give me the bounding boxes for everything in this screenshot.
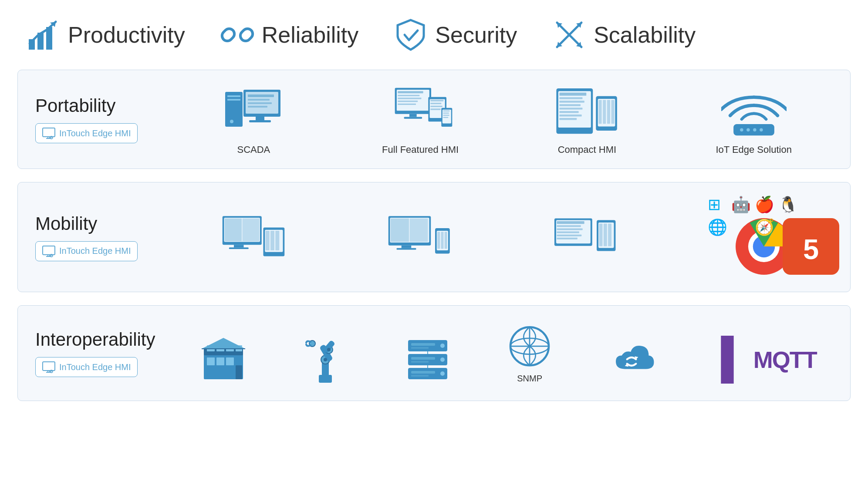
mobility-title: Mobility [35,213,175,234]
svg-point-143 [324,358,327,361]
svg-point-73 [760,128,763,131]
svg-rect-26 [256,117,264,120]
mobility-badge-text: InTouch Edge HMI [59,246,131,256]
svg-rect-51 [443,115,449,116]
svg-rect-40 [404,117,422,119]
full-featured-hmi-icon [388,83,453,140]
svg-rect-148 [411,347,429,349]
security-label: Security [435,22,517,48]
svg-point-72 [753,128,757,131]
mqtt-logo: MQTT [701,336,817,384]
intouch-edge-hmi-icon-2 [42,244,56,258]
svg-rect-50 [443,113,449,114]
compact-hmi-icon [554,83,620,140]
header-security: Security [393,17,517,52]
svg-point-70 [740,128,743,131]
svg-rect-44 [430,103,441,104]
svg-rect-57 [559,101,584,102]
svg-rect-37 [398,101,418,102]
svg-point-144 [327,348,331,351]
svg-rect-119 [43,362,55,371]
iot-edge-solution-item: IoT Edge Solution [710,83,797,155]
mqtt-item: MQTT [701,336,817,384]
svg-rect-89 [275,231,279,250]
robot-arm-item [293,336,358,384]
svg-rect-87 [265,231,269,250]
mobility-section: Mobility InTouch Edge HMI [17,182,851,292]
compact-hmi-label: Compact HMI [558,144,616,155]
factory-item [191,336,256,384]
scada-label: SCADA [237,144,270,155]
productivity-icon [26,17,61,52]
svg-rect-165 [721,336,733,384]
svg-rect-27 [249,120,271,122]
svg-rect-28 [248,94,274,97]
svg-rect-74 [43,246,55,255]
svg-rect-39 [409,114,417,117]
scalability-icon [552,17,587,52]
desktop-tablet-icon [221,209,286,266]
svg-rect-112 [604,223,607,246]
svg-rect-56 [559,97,582,99]
chrome-icon [731,218,750,279]
reliability-icon [220,17,255,52]
svg-rect-52 [443,117,449,118]
svg-point-146 [440,344,445,348]
productivity-label: Productivity [68,22,185,48]
safari-icon: 🧭 [755,218,774,279]
svg-rect-29 [248,99,270,101]
iot-edge-solution-label: IoT Edge Solution [716,144,792,155]
svg-rect-147 [411,343,435,346]
globe-icon [503,323,556,371]
header-row: Productivity Reliability Security [17,9,851,70]
snmp-label: SNMP [517,374,542,384]
security-icon [393,17,428,52]
svg-rect-60 [559,111,578,113]
svg-rect-133 [236,365,242,379]
snmp-item: SNMP [497,323,562,384]
svg-rect-34 [398,91,423,93]
mobility-badge: InTouch Edge HMI [35,241,138,261]
svg-rect-156 [411,375,429,377]
compact-hmi-item: Compact HMI [544,83,631,155]
desktop-mobile-item [376,209,463,266]
html5-icon: 5 [778,218,797,279]
mobility-icons: ⊞ 🤖 🍎 🐧 🌐 [175,195,833,279]
svg-rect-67 [607,100,610,124]
svg-marker-134 [202,338,245,349]
svg-rect-82 [242,218,259,241]
svg-rect-106 [557,231,579,233]
svg-rect-49 [443,111,450,112]
cloud-icon [605,336,658,384]
svg-rect-84 [229,247,248,249]
ie-icon: 🌐 [708,218,727,279]
svg-rect-4 [220,27,236,43]
full-featured-hmi-item: Full Featured HMI [377,83,464,155]
interoperability-title: Interoperability [35,329,175,350]
svg-point-71 [746,128,750,131]
svg-point-150 [440,357,445,362]
svg-rect-93 [409,218,428,242]
svg-rect-31 [248,106,267,108]
svg-rect-105 [557,228,583,230]
svg-rect-95 [396,248,416,249]
portability-section: Portability InTouch Edge HMI [17,70,851,169]
interoperability-badge: InTouch Edge HMI [35,357,138,377]
svg-rect-113 [608,223,611,246]
svg-rect-36 [398,98,421,99]
portability-left: Portability InTouch Edge HMI [35,95,175,143]
svg-rect-130 [207,357,215,365]
tablet-phone-icon [553,209,618,266]
windows-icon: ⊞ [708,195,727,214]
svg-rect-107 [557,234,582,236]
svg-rect-5 [238,27,255,43]
svg-rect-38 [398,104,416,105]
svg-rect-99 [441,232,443,249]
svg-rect-81 [225,218,242,241]
svg-rect-58 [559,104,581,106]
scada-item: SCADA [210,83,297,155]
svg-rect-103 [557,221,584,223]
svg-rect-151 [411,357,435,360]
interoperability-icons: SNMP MQTT [175,323,833,384]
android-icon: 🤖 [731,195,750,214]
